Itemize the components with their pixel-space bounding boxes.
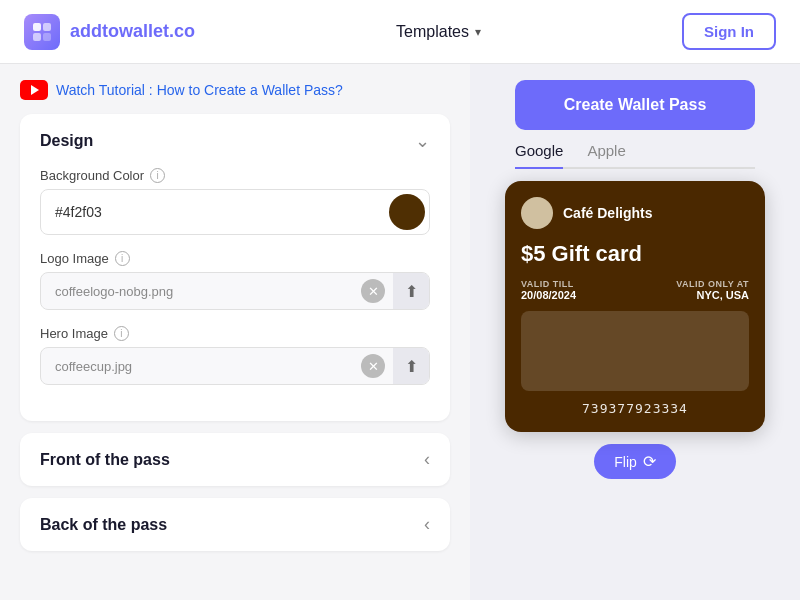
wallet-card-title: $5 Gift card	[521, 241, 749, 267]
tab-google[interactable]: Google	[515, 142, 563, 169]
wallet-meta-row: VALID TILL 20/08/2024 VALID ONLY AT NYC,…	[521, 279, 749, 301]
logo-icon	[24, 14, 60, 50]
logo-image-label: Logo Image i	[40, 251, 430, 266]
wallet-valid-till-block: VALID TILL 20/08/2024	[521, 279, 576, 301]
create-wallet-pass-button[interactable]: Create Wallet Pass	[515, 80, 755, 130]
svg-rect-3	[43, 33, 51, 41]
flip-button[interactable]: Flip ⟳	[594, 444, 676, 479]
wallet-image-placeholder	[521, 311, 749, 391]
back-section-header[interactable]: Back of the pass ‹	[20, 498, 450, 551]
templates-label: Templates	[396, 23, 469, 41]
flip-icon: ⟳	[643, 452, 656, 471]
design-section-title: Design	[40, 132, 93, 150]
wallet-valid-only-block: VALID ONLY AT NYC, USA	[676, 279, 749, 301]
color-swatch[interactable]	[389, 194, 425, 230]
logo-main-text: addtowallet	[70, 21, 169, 41]
main-container: Watch Tutorial : How to Create a Wallet …	[0, 64, 800, 600]
hero-image-label: Hero Image i	[40, 326, 430, 341]
logo-image-info-icon[interactable]: i	[115, 251, 130, 266]
left-panel: Watch Tutorial : How to Create a Wallet …	[0, 64, 470, 600]
background-color-field: Background Color i	[40, 168, 430, 235]
logo-image-upload-button[interactable]: ⬆	[393, 273, 429, 309]
chevron-left-icon: ‹	[424, 514, 430, 535]
chevron-down-icon: ▾	[475, 25, 481, 39]
hero-image-input-row: coffeecup.jpg ✕ ⬆	[40, 347, 430, 385]
hero-image-field: Hero Image i coffeecup.jpg ✕ ⬆	[40, 326, 430, 385]
design-section-card: Design ⌄ Background Color i	[20, 114, 450, 421]
logo-image-field: Logo Image i coffeelogo-nobg.png ✕ ⬆	[40, 251, 430, 310]
valid-till-label: VALID TILL	[521, 279, 576, 289]
svg-rect-2	[33, 33, 41, 41]
front-section-card: Front of the pass ‹	[20, 433, 450, 486]
wallet-type-tabs: Google Apple	[515, 142, 755, 169]
back-section-card: Back of the pass ‹	[20, 498, 450, 551]
background-color-label: Background Color i	[40, 168, 430, 183]
wallet-logo-circle	[521, 197, 553, 229]
wallet-barcode-number: 739377923334	[521, 401, 749, 416]
hero-image-filename: coffeecup.jpg	[41, 349, 361, 384]
logo-area: addtowallet.co	[24, 14, 195, 50]
tutorial-banner[interactable]: Watch Tutorial : How to Create a Wallet …	[20, 80, 450, 100]
background-color-info-icon[interactable]: i	[150, 168, 165, 183]
logo-image-filename: coffeelogo-nobg.png	[41, 274, 361, 309]
flip-label: Flip	[614, 454, 637, 470]
logo-text: addtowallet.co	[70, 21, 195, 42]
wallet-brand-name: Café Delights	[563, 205, 652, 221]
svg-rect-0	[33, 23, 41, 31]
sign-in-button[interactable]: Sign In	[682, 13, 776, 50]
right-panel: Create Wallet Pass Google Apple Café Del…	[470, 64, 800, 600]
valid-only-label: VALID ONLY AT	[676, 279, 749, 289]
chevron-left-icon: ‹	[424, 449, 430, 470]
valid-only-value: NYC, USA	[676, 289, 749, 301]
design-section-header[interactable]: Design ⌄	[20, 114, 450, 168]
youtube-icon	[20, 80, 48, 100]
logo-image-input-row: coffeelogo-nobg.png ✕ ⬆	[40, 272, 430, 310]
valid-till-value: 20/08/2024	[521, 289, 576, 301]
hero-image-info-icon[interactable]: i	[114, 326, 129, 341]
front-section-title: Front of the pass	[40, 451, 170, 469]
svg-rect-1	[43, 23, 51, 31]
logo-image-clear-button[interactable]: ✕	[361, 279, 385, 303]
background-color-input[interactable]	[41, 194, 385, 230]
tab-apple[interactable]: Apple	[587, 142, 625, 169]
design-section-body: Background Color i Logo Image i	[20, 168, 450, 421]
back-section-title: Back of the pass	[40, 516, 167, 534]
wallet-card-preview: Café Delights $5 Gift card VALID TILL 20…	[505, 181, 765, 432]
front-section-header[interactable]: Front of the pass ‹	[20, 433, 450, 486]
tutorial-text: Watch Tutorial : How to Create a Wallet …	[56, 82, 343, 98]
wallet-card-header: Café Delights	[521, 197, 749, 229]
chevron-down-icon: ⌄	[415, 130, 430, 152]
background-color-input-row	[40, 189, 430, 235]
hero-image-clear-button[interactable]: ✕	[361, 354, 385, 378]
logo-accent-text: .co	[169, 21, 195, 41]
hero-image-upload-button[interactable]: ⬆	[393, 348, 429, 384]
templates-nav[interactable]: Templates ▾	[384, 15, 493, 49]
header: addtowallet.co Templates ▾ Sign In	[0, 0, 800, 64]
